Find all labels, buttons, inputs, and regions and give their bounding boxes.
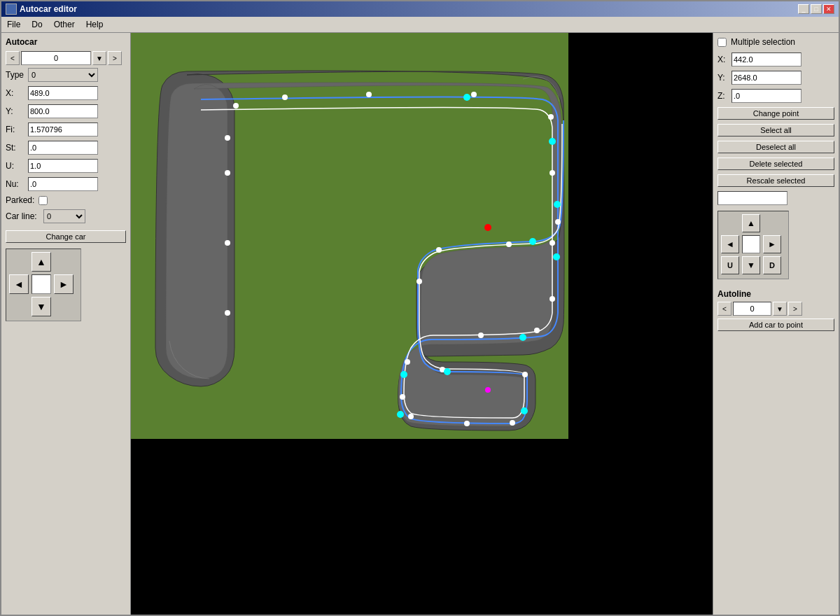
delete-selected-button[interactable]: Delete selected [718, 158, 834, 170]
svg-point-6 [550, 240, 555, 246]
svg-point-13 [464, 421, 470, 426]
autoline-label: Autoline [718, 289, 834, 299]
svg-point-21 [225, 310, 230, 316]
dir-empty-tl [9, 252, 30, 273]
spinner-prev-button[interactable]: < [6, 51, 20, 65]
autoline-dropdown-button[interactable]: ▼ [773, 302, 787, 316]
svg-point-14 [510, 420, 515, 426]
dir-down-button[interactable]: ▼ [31, 297, 51, 316]
parked-checkbox[interactable] [38, 196, 48, 205]
menu-file[interactable]: File [1, 18, 26, 31]
right-x-label: X: [718, 55, 729, 64]
right-dir-down-button[interactable]: ▼ [742, 256, 760, 274]
menu-do[interactable]: Do [26, 18, 48, 31]
right-dir-delete-button[interactable]: D [763, 256, 781, 274]
select-all-button[interactable]: Select all [718, 124, 834, 136]
minimize-button[interactable]: _ [798, 4, 809, 14]
svg-point-7 [550, 296, 555, 302]
svg-point-3 [471, 92, 477, 97]
svg-point-25 [233, 103, 239, 108]
svg-point-12 [408, 414, 414, 419]
right-dir-left-button[interactable]: ◄ [721, 235, 739, 253]
svg-point-29 [553, 253, 560, 260]
change-point-button[interactable]: Change point [718, 107, 834, 120]
autoline-prev-button[interactable]: < [718, 302, 732, 316]
autocar-label: Autocar [6, 37, 126, 47]
dir-left-button[interactable]: ◄ [9, 274, 29, 294]
right-z-label: Z: [718, 91, 729, 101]
svg-point-4 [548, 114, 554, 120]
x-input[interactable] [28, 86, 98, 100]
right-z-input[interactable] [732, 89, 802, 103]
dir-right-button[interactable]: ► [54, 274, 74, 294]
spinner-dropdown-button[interactable]: ▼ [92, 51, 106, 65]
autoline-section: Autoline < ▼ > Add car to point [718, 289, 834, 331]
svg-point-34 [444, 368, 451, 375]
svg-point-26 [282, 94, 288, 100]
deselect-all-button[interactable]: Deselect all [718, 141, 834, 153]
add-car-to-point-button[interactable]: Add car to point [718, 318, 834, 331]
left-panel: Autocar < ▼ > Type 0 X: Y [1, 33, 131, 615]
u-input[interactable] [28, 159, 98, 173]
svg-point-31 [400, 371, 407, 378]
y-field-row: Y: [6, 104, 126, 118]
u-field-row: U: [6, 159, 126, 173]
maximize-button[interactable]: □ [811, 4, 822, 14]
autoline-next-button[interactable]: > [788, 302, 802, 316]
right-y-label: Y: [718, 73, 729, 83]
dir-empty-br [54, 297, 75, 318]
st-label: St: [6, 143, 25, 153]
title-bar-text: Autocar editor [6, 4, 77, 15]
title-bar-buttons: _ □ ✕ [798, 4, 834, 14]
car-line-select[interactable]: 0 [43, 209, 85, 223]
nu-input[interactable] [28, 177, 98, 191]
direction-pad: ▲ ◄ ► ▼ [6, 248, 81, 321]
right-panel: Multiple selection X: Y: Z: Change point… [713, 33, 839, 615]
right-dir-up-button[interactable]: ▲ [742, 214, 760, 232]
menu-bar: File Do Other Help [1, 17, 839, 33]
svg-point-8 [534, 328, 540, 333]
right-dir-undo-button[interactable]: U [721, 256, 739, 274]
window-title: Autocar editor [20, 4, 77, 14]
spinner-next-button[interactable]: > [108, 51, 122, 65]
svg-point-11 [400, 394, 405, 400]
svg-point-32 [397, 411, 404, 418]
type-select[interactable]: 0 [28, 68, 98, 82]
svg-point-19 [506, 241, 512, 247]
dir-empty-bl [9, 297, 30, 318]
menu-help[interactable]: Help [80, 18, 109, 31]
menu-other[interactable]: Other [48, 18, 80, 31]
rescale-input[interactable] [718, 191, 788, 205]
change-car-button[interactable]: Change car [6, 230, 126, 243]
svg-point-15 [522, 372, 528, 377]
right-dir-right-button[interactable]: ► [763, 235, 781, 253]
title-bar: Autocar editor _ □ ✕ [1, 1, 839, 17]
y-input[interactable] [28, 104, 98, 118]
close-button[interactable]: ✕ [823, 4, 834, 14]
dir-center-input[interactable] [31, 274, 51, 294]
svg-point-18 [436, 247, 442, 253]
fi-input[interactable] [28, 122, 98, 136]
fi-field-row: Fi: [6, 122, 126, 136]
st-input[interactable] [28, 141, 98, 155]
parked-row: Parked: [6, 195, 126, 205]
rescale-selected-button[interactable]: Rescale selected [718, 174, 834, 187]
right-x-input[interactable] [732, 52, 802, 66]
u-label: U: [6, 161, 25, 171]
multiple-selection-checkbox[interactable] [718, 38, 727, 47]
autocar-spinner-input[interactable] [21, 51, 91, 65]
x-label: X: [6, 88, 25, 98]
right-dir-center[interactable] [742, 235, 760, 253]
car-line-label: Car line: [6, 211, 41, 221]
svg-point-9 [478, 332, 484, 338]
svg-point-20 [555, 219, 561, 225]
svg-point-33 [521, 407, 528, 414]
right-dir-empty-tl [721, 214, 741, 234]
app-icon [6, 4, 17, 15]
dir-up-button[interactable]: ▲ [31, 252, 51, 272]
right-y-input[interactable] [732, 71, 802, 85]
svg-point-17 [416, 279, 422, 284]
multiple-selection-row: Multiple selection [718, 37, 834, 47]
parked-label: Parked: [6, 195, 34, 205]
autoline-spinner-input[interactable] [733, 302, 771, 316]
